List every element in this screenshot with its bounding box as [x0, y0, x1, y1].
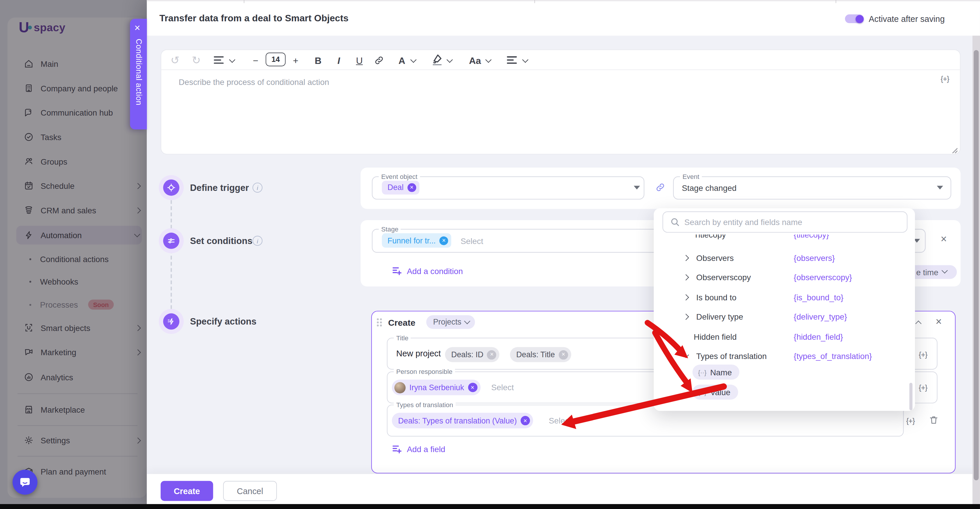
link-icon[interactable]: [374, 55, 384, 65]
dropdown-row-types-of-translation[interactable]: Types of translation {types_of_translati…: [684, 350, 908, 362]
remove-condition-button[interactable]: ×: [940, 233, 947, 246]
create-button[interactable]: Create: [161, 481, 213, 501]
info-icon[interactable]: i: [253, 236, 262, 246]
specify-actions-label: Specify actions: [190, 316, 256, 326]
page-scrollbar-thumb[interactable]: [974, 50, 978, 480]
chevron-right-icon[interactable]: [683, 254, 689, 261]
dropdown-child-value[interactable]: {··} Value: [692, 385, 738, 400]
action-lightning-icon: [163, 313, 180, 330]
highlight-fill-icon[interactable]: [432, 54, 442, 65]
title-label: Title: [394, 334, 411, 341]
chat-icon: [19, 477, 30, 488]
add-list-icon: [393, 266, 402, 276]
types-select-placeholder[interactable]: Select: [549, 416, 571, 425]
font-size-increase-button[interactable]: +: [291, 53, 301, 67]
undo-button[interactable]: ↺: [169, 53, 181, 67]
add-field-button[interactable]: Add a field: [393, 445, 445, 454]
event-object-label: Event object: [379, 172, 420, 180]
align-chevron-icon[interactable]: [522, 57, 528, 63]
variable-icon: {··}: [698, 369, 707, 376]
dropdown-row-observers[interactable]: Observers {observers}: [684, 252, 908, 263]
align-icon[interactable]: [507, 56, 517, 64]
types-chip[interactable]: Deals: Types of translation (Value) ×: [392, 413, 533, 428]
chip-remove-icon[interactable]: ×: [439, 236, 448, 245]
person-responsible-label: Person responsible: [394, 368, 455, 375]
dropdown-search-placeholder: Search by entity and fields name: [684, 217, 802, 227]
entity-select[interactable]: Projects: [426, 315, 475, 329]
event-field[interactable]: Event Stage changed: [673, 176, 951, 199]
event-label: Event: [680, 172, 702, 180]
types-of-translation-label: Types of translation: [394, 401, 456, 408]
action-create-label: Create: [388, 318, 415, 328]
font-color-chevron-icon[interactable]: [410, 57, 417, 63]
dropdown-scrollbar-thumb[interactable]: [909, 383, 913, 410]
resize-handle[interactable]: [951, 147, 957, 153]
stage-select-placeholder[interactable]: Select: [461, 236, 483, 246]
title-text[interactable]: New project: [396, 349, 441, 358]
activate-toggle[interactable]: [845, 14, 864, 23]
dropdown-row-observerscopy[interactable]: Observerscopy {observerscopy}: [684, 271, 908, 283]
font-size-decrease-button[interactable]: −: [251, 53, 261, 67]
event-object-chip[interactable]: Deal ×: [382, 181, 419, 195]
underline-button[interactable]: U: [355, 53, 364, 67]
dropdown-caret-icon[interactable]: [634, 186, 640, 190]
insert-token-button[interactable]: {+}: [919, 383, 927, 392]
dropdown-row-is-bound-to[interactable]: Is bound to {is_bound_to}: [684, 292, 908, 303]
line-spacing-icon[interactable]: [214, 56, 224, 64]
insert-token-button[interactable]: {+}: [906, 416, 915, 425]
modal-dim-overlay: [0, 0, 147, 509]
link-fields-icon[interactable]: [655, 182, 666, 193]
person-select-placeholder[interactable]: Select: [491, 383, 514, 392]
dropdown-caret-icon[interactable]: [937, 186, 943, 190]
chip-remove-icon[interactable]: ×: [407, 183, 416, 192]
chevron-right-icon[interactable]: [683, 274, 689, 280]
dropdown-row-clipped[interactable]: Titlecopy {titlecopy}: [687, 235, 900, 242]
chevron-down-icon[interactable]: [683, 351, 689, 357]
bold-button[interactable]: B: [313, 53, 323, 67]
drag-handle[interactable]: [377, 318, 382, 328]
sliders-icon: [163, 233, 180, 249]
app-window: U spacy Main Company and people Communic…: [0, 0, 980, 509]
font-color-button[interactable]: A: [397, 53, 407, 67]
stage-chip[interactable]: Funnel for tr... ×: [382, 233, 451, 247]
sidebar: U spacy Main Company and people Communic…: [0, 0, 147, 509]
bottom-bar: [0, 504, 980, 509]
title-chip-deals-title[interactable]: Deals: Title ×: [510, 347, 571, 362]
chevron-right-icon[interactable]: [683, 313, 689, 319]
chevron-right-icon[interactable]: [683, 294, 689, 300]
condition-time-text: e time: [916, 268, 938, 277]
info-icon[interactable]: i: [253, 183, 262, 193]
font-size-field[interactable]: 14: [266, 53, 286, 66]
add-condition-button[interactable]: Add a condition: [393, 266, 463, 276]
trash-icon[interactable]: [929, 415, 939, 425]
italic-button[interactable]: I: [334, 53, 344, 67]
highlight-chevron-icon[interactable]: [447, 57, 453, 63]
text-style-chevron-icon[interactable]: [485, 57, 492, 63]
event-value: Stage changed: [682, 183, 737, 193]
dropdown-child-name[interactable]: {··} Name: [692, 365, 740, 380]
chip-remove-icon[interactable]: ×: [487, 350, 496, 359]
close-card-icon[interactable]: ×: [935, 316, 942, 328]
top-strip-tick: [535, 0, 535, 3]
redo-button[interactable]: ↻: [190, 53, 202, 67]
text-style-button[interactable]: Aa: [468, 53, 482, 67]
person-chip[interactable]: Iryna Serbeniuk ×: [392, 380, 480, 396]
dropdown-row-delivery-type[interactable]: Delivery type {delivery_type}: [684, 311, 908, 322]
close-drawer-icon[interactable]: ×: [134, 22, 140, 34]
title-chip-deals-id[interactable]: Deals: ID ×: [445, 347, 500, 362]
description-input[interactable]: Describe the process of conditional acti…: [179, 78, 329, 87]
specify-actions-icon: [159, 309, 184, 334]
line-spacing-chevron-icon[interactable]: [229, 57, 235, 63]
set-conditions-label: Set conditions: [190, 236, 252, 246]
chat-fab-button[interactable]: [13, 470, 38, 495]
cancel-button[interactable]: Cancel: [223, 481, 277, 501]
insert-token-button[interactable]: {+}: [940, 74, 949, 83]
chip-remove-icon[interactable]: ×: [558, 350, 568, 359]
toggle-knob: [856, 14, 864, 23]
dropdown-search-field[interactable]: Search by entity and fields name: [662, 211, 907, 233]
chip-remove-icon[interactable]: ×: [520, 416, 530, 425]
field-picker-dropdown: Search by entity and fields name Titleco…: [654, 208, 915, 411]
insert-token-button[interactable]: {+}: [919, 350, 927, 359]
dropdown-row-hidden-field[interactable]: Hidden field {hidden_field}: [694, 331, 909, 342]
chip-remove-icon[interactable]: ×: [468, 383, 477, 392]
